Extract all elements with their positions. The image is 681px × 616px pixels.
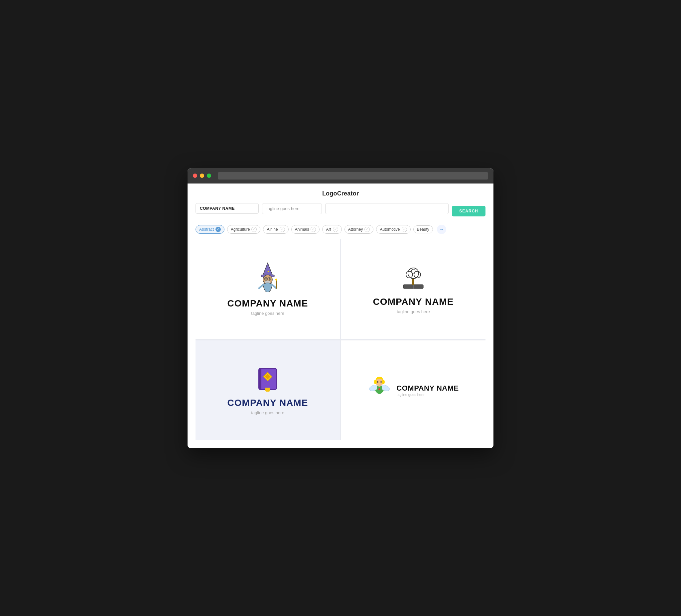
logo4-text: COMPANY NAME tagline goes here	[396, 384, 458, 396]
filter-automotive-label: Automotive	[380, 227, 400, 232]
svg-point-38	[380, 381, 382, 383]
filter-automotive-check: ✓	[402, 227, 407, 232]
logo1-tagline: tagline goes here	[251, 311, 284, 316]
svg-point-37	[377, 381, 378, 383]
filter-airline[interactable]: Airline ✓	[263, 225, 288, 234]
svg-rect-28	[266, 388, 270, 391]
logo2-company-name: COMPANY NAME	[373, 297, 454, 307]
filter-abstract-label: Abstract	[199, 227, 214, 232]
filter-agriculture-check: ✓	[251, 227, 257, 232]
svg-point-35	[374, 380, 377, 384]
keyword-input[interactable]	[325, 203, 449, 214]
filter-attorney-label: Attorney	[348, 227, 363, 232]
logo4-company-name: COMPANY NAME	[396, 384, 458, 393]
filters-bar: Abstract ✓ Agriculture ✓ Airline ✓ Anima…	[196, 225, 485, 234]
fairy-illustration	[368, 374, 391, 402]
svg-marker-29	[266, 391, 270, 392]
filter-airline-check: ✓	[280, 227, 285, 232]
logo4-tagline: tagline goes here	[396, 393, 458, 396]
close-button[interactable]	[193, 174, 197, 178]
svg-point-39	[378, 388, 380, 390]
search-bar: SEARCH	[196, 203, 485, 220]
filter-animals-check: ✓	[310, 227, 316, 232]
svg-point-4	[266, 278, 267, 280]
logo4-container: COMPANY NAME tagline goes here	[368, 374, 458, 407]
svg-marker-0	[263, 263, 273, 276]
minimize-button[interactable]	[200, 174, 204, 178]
company-name-input[interactable]	[196, 203, 259, 214]
search-button[interactable]: SEARCH	[452, 206, 485, 216]
tree-book-illustration: ✦ · ✦	[400, 264, 427, 292]
svg-point-5	[269, 278, 270, 280]
svg-text:★: ★	[267, 270, 269, 273]
svg-rect-25	[259, 368, 261, 390]
browser-window: LogoCreator SEARCH Abstract ✓ Agricultur…	[187, 168, 494, 448]
url-bar[interactable]	[218, 172, 488, 180]
filter-attorney[interactable]: Attorney ✓	[345, 225, 374, 234]
app-content: LogoCreator SEARCH Abstract ✓ Agricultur…	[187, 183, 494, 448]
filter-art[interactable]: Art ✓	[322, 225, 342, 234]
filter-art-label: Art	[326, 227, 331, 232]
svg-point-36	[382, 380, 385, 384]
filter-animals[interactable]: Animals ✓	[291, 225, 320, 234]
filter-abstract-check: ✓	[216, 227, 221, 232]
filter-automotive[interactable]: Automotive ✓	[376, 225, 410, 234]
logo2-tagline: tagline goes here	[397, 309, 430, 314]
logo-grid: ★	[196, 239, 485, 440]
filter-agriculture-label: Agriculture	[231, 227, 250, 232]
maximize-button[interactable]	[207, 174, 211, 178]
filters-next-arrow[interactable]: →	[437, 225, 446, 234]
svg-rect-16	[412, 278, 414, 285]
filter-agriculture[interactable]: Agriculture ✓	[227, 225, 260, 234]
tagline-input[interactable]	[262, 203, 322, 214]
title-bar	[187, 168, 494, 183]
filter-beauty[interactable]: Beauty	[413, 225, 433, 233]
wizard-illustration: ★	[254, 262, 281, 293]
logo1-company-name: COMPANY NAME	[227, 298, 308, 309]
logo-card-1[interactable]: ★	[196, 239, 340, 339]
svg-point-20	[411, 269, 415, 273]
logo-card-4[interactable]: COMPANY NAME tagline goes here	[341, 340, 485, 440]
logo3-company-name: COMPANY NAME	[227, 397, 308, 408]
app-title: LogoCreator	[196, 190, 485, 197]
svg-point-13	[275, 279, 277, 281]
logo-card-2[interactable]: ✦ · ✦ COMPANY NAME tagline goes here	[341, 239, 485, 339]
filter-airline-label: Airline	[267, 227, 278, 232]
filter-attorney-check: ✓	[364, 227, 370, 232]
svg-text:✦: ✦	[416, 268, 418, 271]
svg-text:✦: ✦	[418, 272, 420, 274]
logo3-tagline: tagline goes here	[251, 410, 284, 415]
filter-abstract[interactable]: Abstract ✓	[196, 225, 224, 234]
logo-card-3[interactable]: COMPANY NAME tagline goes here	[196, 340, 340, 440]
magic-book-illustration	[256, 365, 279, 393]
filter-animals-label: Animals	[295, 227, 309, 232]
svg-line-11	[272, 285, 276, 288]
filter-art-check: ✓	[333, 227, 338, 232]
svg-line-10	[259, 285, 263, 288]
filter-beauty-label: Beauty	[417, 227, 429, 232]
